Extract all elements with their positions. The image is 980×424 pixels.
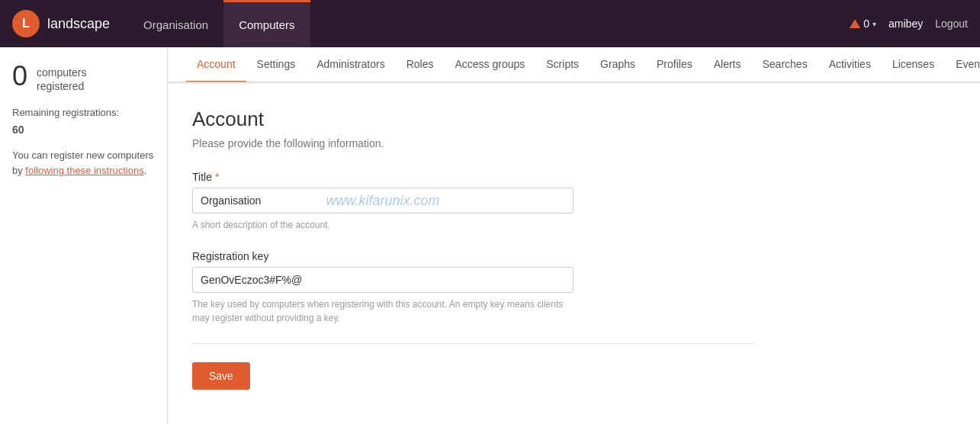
save-button[interactable]: Save [192,362,250,390]
computers-label: computers registered [37,63,86,93]
form-subtitle: Please provide the following information… [192,137,753,149]
nav-organisation[interactable]: Organisation [128,0,223,47]
registration-key-field: Registration key The key used by compute… [192,250,753,325]
tab-access-groups[interactable]: Access groups [444,47,535,83]
tab-account[interactable]: Account [186,47,246,83]
logo[interactable]: L landscape [12,10,110,37]
account-form: Account Please provide the following inf… [168,83,778,414]
tab-activities[interactable]: Activities [818,47,882,83]
nav-right: 0 ▾ amibey Logout [850,18,968,30]
tab-events[interactable]: Events [945,47,980,83]
tab-settings[interactable]: Settings [246,47,307,83]
tab-licenses[interactable]: Licenses [882,47,945,83]
remaining-registrations: Remaining registrations: 60 [12,105,155,138]
content-area: Account Settings Administrators Roles Ac… [168,47,980,424]
title-input-wrap: www.kifarunix.com [192,188,574,214]
username-label[interactable]: amibey [888,18,923,30]
nav-links: Organisation Computers [128,0,310,47]
tab-profiles[interactable]: Profiles [646,47,703,83]
tab-scripts[interactable]: Scripts [535,47,590,83]
title-input[interactable] [192,188,574,214]
title-label: Title * [192,171,753,183]
instructions-link[interactable]: following these instructions [25,165,143,176]
logo-text: landscape [47,16,110,32]
tab-alerts[interactable]: Alerts [703,47,752,83]
title-hint: A short description of the account. [192,218,574,232]
reg-key-hint: The key used by computers when registeri… [192,297,574,325]
logout-button[interactable]: Logout [935,18,968,30]
form-divider [192,343,753,344]
sidebar: 0 computers registered Remaining registr… [0,47,168,424]
tab-administrators[interactable]: Administrators [306,47,395,83]
main-layout: 0 computers registered Remaining registr… [0,47,980,424]
alert-badge[interactable]: 0 ▾ [850,18,876,30]
nav-computers[interactable]: Computers [223,0,310,47]
tab-roles[interactable]: Roles [396,47,445,83]
alert-triangle-icon [850,19,860,28]
alert-count: 0 [863,18,869,30]
logo-icon: L [12,10,40,37]
required-star: * [215,171,219,183]
title-field: Title * www.kifarunix.com A short descri… [192,171,753,232]
top-navigation: L landscape Organisation Computers 0 ▾ a… [0,0,980,47]
tabs-bar: Account Settings Administrators Roles Ac… [168,47,980,83]
tab-graphs[interactable]: Graphs [590,47,646,83]
reg-key-input-wrap [192,267,574,293]
computers-count: 0 [12,63,27,90]
form-title: Account [192,108,753,131]
registration-key-input[interactable] [192,267,574,293]
chevron-down-icon: ▾ [872,20,876,28]
register-instructions: You can register new computers by follow… [12,148,155,180]
computers-count-section: 0 computers registered [12,63,155,93]
tab-searches[interactable]: Searches [751,47,818,83]
reg-key-label: Registration key [192,250,753,262]
